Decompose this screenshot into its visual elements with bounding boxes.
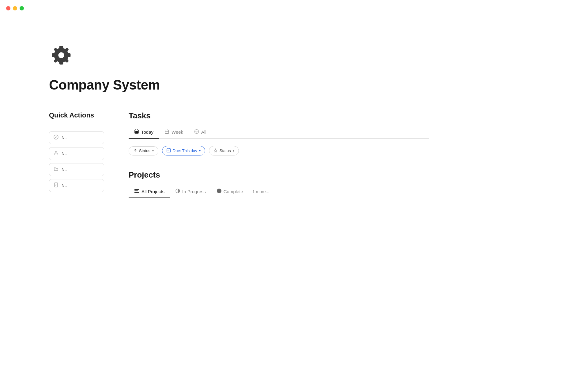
tab-in-progress-label: In Progress bbox=[182, 189, 206, 194]
tab-complete[interactable]: Complete bbox=[211, 186, 249, 198]
tab-all-projects[interactable]: All Projects bbox=[129, 185, 170, 198]
gear-icon bbox=[49, 43, 74, 67]
projects-section-title: Projects bbox=[129, 170, 429, 180]
chevron-down-icon-2: ▾ bbox=[199, 149, 201, 152]
tab-all-label: All bbox=[201, 129, 206, 135]
sidebar-item-label-4: N.. bbox=[62, 183, 67, 188]
filter-status-sort-label: Status bbox=[139, 148, 150, 153]
sidebar-item-2[interactable]: N.. bbox=[49, 147, 104, 160]
tab-all-projects-label: All Projects bbox=[141, 189, 164, 194]
projects-section: Projects All Projects bbox=[129, 170, 429, 198]
page-icon bbox=[49, 43, 429, 69]
close-button[interactable] bbox=[6, 6, 10, 10]
svg-rect-7 bbox=[167, 149, 171, 152]
projects-tabs: All Projects In Progress bbox=[129, 185, 429, 198]
tab-week-label: Week bbox=[172, 129, 183, 135]
sidebar-item-label-2: N.. bbox=[62, 151, 67, 156]
tab-more[interactable]: 1 more... bbox=[251, 186, 270, 197]
calendar-today-icon bbox=[134, 129, 139, 135]
tab-week[interactable]: Week bbox=[159, 126, 189, 139]
filter-due-this-day[interactable]: Due: This day ▾ bbox=[162, 146, 205, 155]
sidebar-title: Quick Actions bbox=[49, 111, 104, 120]
svg-rect-9 bbox=[168, 151, 169, 151]
maximize-button[interactable] bbox=[20, 6, 24, 10]
content-layout: Quick Actions N.. bbox=[49, 111, 429, 213]
chevron-down-icon: ▾ bbox=[152, 149, 154, 152]
svg-rect-11 bbox=[134, 190, 138, 191]
document-icon bbox=[54, 182, 58, 189]
stack-icon bbox=[134, 188, 139, 194]
filter-status-filter[interactable]: Status ▾ bbox=[209, 146, 239, 155]
main-content: Company System Quick Actions N.. bbox=[0, 0, 429, 231]
minimize-button[interactable] bbox=[13, 6, 17, 10]
tasks-filters: Status ▾ Due: bbox=[129, 146, 429, 155]
check-all-icon bbox=[194, 129, 199, 135]
sidebar-item-3[interactable]: N.. bbox=[49, 163, 104, 176]
sidebar-item-1[interactable]: N.. bbox=[49, 131, 104, 144]
tasks-section-title: Tasks bbox=[129, 111, 429, 121]
arrow-up-icon bbox=[133, 148, 137, 153]
sidebar-item-4[interactable]: N.. bbox=[49, 179, 104, 192]
sidebar-divider bbox=[49, 125, 104, 125]
check-circle-icon bbox=[54, 135, 58, 141]
tasks-section: Tasks Today bbox=[129, 111, 429, 155]
half-circle-icon bbox=[175, 189, 180, 194]
tab-today[interactable]: Today bbox=[129, 126, 159, 139]
filter-status-sort[interactable]: Status ▾ bbox=[129, 146, 158, 155]
sidebar-item-label-3: N.. bbox=[62, 167, 67, 172]
svg-rect-8 bbox=[168, 151, 168, 151]
tab-complete-label: Complete bbox=[224, 189, 243, 194]
svg-point-14 bbox=[217, 189, 221, 193]
sidebar-item-label-1: N.. bbox=[62, 135, 67, 140]
filter-status-filter-label: Status bbox=[220, 148, 231, 153]
svg-point-1 bbox=[55, 151, 57, 153]
sparkle-icon bbox=[213, 148, 218, 153]
folder-icon bbox=[54, 167, 58, 173]
calendar-grid-icon bbox=[167, 148, 171, 153]
sidebar-items: N.. N.. bbox=[49, 131, 104, 192]
svg-rect-10 bbox=[134, 189, 139, 190]
tasks-tabs: Today Week bbox=[129, 126, 429, 139]
page-title: Company System bbox=[49, 77, 429, 93]
chevron-down-icon-3: ▾ bbox=[233, 149, 234, 152]
filter-due-this-day-label: Due: This day bbox=[173, 148, 197, 153]
svg-rect-12 bbox=[134, 192, 139, 193]
traffic-lights bbox=[6, 6, 24, 10]
svg-rect-4 bbox=[135, 131, 138, 133]
main-panel: Tasks Today bbox=[129, 111, 429, 213]
tab-today-label: Today bbox=[141, 129, 153, 135]
calendar-week-icon bbox=[164, 129, 169, 135]
tab-all[interactable]: All bbox=[189, 126, 212, 139]
tab-in-progress[interactable]: In Progress bbox=[170, 186, 211, 198]
person-icon bbox=[54, 151, 58, 157]
full-circle-icon bbox=[217, 189, 221, 194]
sidebar: Quick Actions N.. bbox=[49, 111, 104, 192]
svg-rect-5 bbox=[165, 130, 169, 133]
